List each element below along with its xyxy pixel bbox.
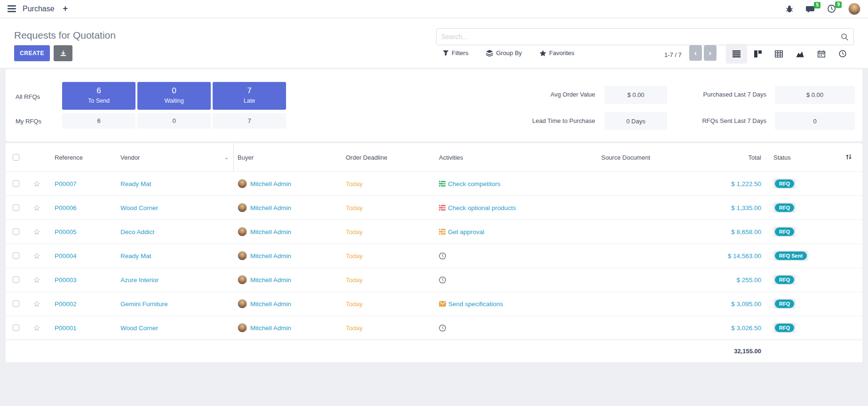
graph-view-button[interactable] [789, 44, 811, 64]
vendor-link[interactable]: Wood Corner [120, 204, 158, 211]
pivot-view-button[interactable] [768, 44, 789, 64]
reference-link[interactable]: P00005 [55, 228, 77, 235]
pager-previous-button[interactable]: ‹ [689, 45, 702, 61]
row-checkbox[interactable] [13, 252, 19, 259]
header-status[interactable]: Status [767, 154, 835, 161]
vendor-link[interactable]: Deco Addict [120, 228, 154, 235]
buyer-link[interactable]: Mitchell Admin [250, 325, 291, 332]
list-view-icon [733, 50, 741, 57]
activity-list-icon[interactable] [439, 205, 446, 211]
activity-clock-icon[interactable] [439, 276, 446, 284]
optional-columns-icon[interactable] [845, 154, 852, 162]
favorite-star-icon[interactable]: ☆ [33, 299, 40, 309]
group-by-button[interactable]: Group By [486, 49, 522, 57]
app-name[interactable]: Purchase [23, 5, 55, 13]
activity-envelope-icon[interactable] [439, 301, 446, 307]
vendor-link[interactable]: Ready Mat [120, 180, 151, 187]
kpi-lead-time-label: Lead Time to Purchase [532, 117, 595, 124]
buyer-link[interactable]: Mitchell Admin [250, 204, 291, 211]
row-checkbox[interactable] [13, 180, 19, 187]
my-stat-to-send[interactable]: 6 [62, 113, 135, 129]
reference-link[interactable]: P00004 [55, 252, 77, 260]
vendor-link[interactable]: Wood Corner [120, 325, 158, 332]
create-button[interactable]: CREATE [14, 45, 50, 61]
apps-menu-icon[interactable] [8, 5, 16, 12]
activity-label[interactable]: Check competitors [448, 180, 501, 187]
favorite-star-icon[interactable]: ☆ [33, 251, 40, 261]
header-buyer[interactable]: Buyer [234, 154, 341, 161]
list-view-button[interactable] [726, 44, 747, 64]
vendor-link[interactable]: Ready Mat [120, 252, 151, 260]
table-row[interactable]: ☆ P00005 Deco Addict Mitchell Admin Toda… [6, 219, 862, 244]
favorites-button[interactable]: Favorites [540, 49, 574, 57]
search-input[interactable] [437, 33, 841, 41]
order-deadline-value: Today [341, 300, 426, 308]
activity-view-button[interactable] [832, 44, 853, 64]
reference-link[interactable]: P00001 [55, 325, 77, 332]
stat-card-waiting[interactable]: 0 Waiting [137, 82, 211, 110]
activity-label[interactable]: Get approval [448, 228, 484, 235]
vendor-link[interactable]: Azure Interior [120, 276, 159, 284]
favorite-star-icon[interactable]: ☆ [33, 203, 40, 213]
calendar-view-button[interactable] [811, 44, 832, 64]
buyer-link[interactable]: Mitchell Admin [250, 228, 291, 235]
favorite-star-icon[interactable]: ☆ [33, 179, 40, 189]
pivot-view-icon [775, 50, 783, 57]
table-row[interactable]: ☆ P00006 Wood Corner Mitchell Admin Toda… [6, 195, 862, 219]
my-stat-waiting[interactable]: 0 [137, 113, 211, 129]
header-source-document[interactable]: Source Document [579, 154, 673, 161]
stat-card-late[interactable]: 7 Late [213, 82, 286, 110]
row-checkbox[interactable] [13, 325, 19, 331]
buyer-avatar [238, 275, 247, 284]
row-checkbox[interactable] [13, 300, 19, 307]
activity-list-icon[interactable] [439, 181, 446, 187]
header-order-deadline[interactable]: Order Deadline [341, 154, 426, 161]
activity-label[interactable]: Check optional products [448, 204, 516, 211]
pager-next-button[interactable]: › [704, 45, 717, 61]
header-activities[interactable]: Activities [426, 154, 579, 161]
activity-clock-icon[interactable] [439, 252, 446, 260]
reference-link[interactable]: P00003 [55, 276, 77, 284]
row-checkbox[interactable] [13, 228, 19, 235]
favorite-star-icon[interactable]: ☆ [33, 275, 40, 285]
user-avatar[interactable] [848, 3, 860, 15]
favorite-star-icon[interactable]: ☆ [33, 323, 40, 333]
header-vendor[interactable]: Vendor ⌄ [113, 143, 234, 171]
reference-link[interactable]: P00006 [55, 204, 77, 211]
kanban-view-button[interactable] [747, 44, 768, 64]
stat-card-to-send[interactable]: 6 To Send [62, 82, 135, 110]
my-stat-late[interactable]: 7 [213, 113, 286, 129]
table-row[interactable]: ☆ P00003 Azure Interior Mitchell Admin T… [6, 268, 862, 292]
messages-icon[interactable]: 5 [805, 5, 815, 13]
buyer-link[interactable]: Mitchell Admin [250, 276, 291, 284]
table-footer: 32,155.00 [6, 340, 862, 362]
activity-clock-icon[interactable] [439, 325, 446, 332]
export-button[interactable] [54, 45, 72, 61]
activities-icon[interactable]: 9 [827, 4, 836, 13]
table-row[interactable]: ☆ P00007 Ready Mat Mitchell Admin Today … [6, 171, 862, 195]
search-icon[interactable] [841, 33, 853, 41]
row-checkbox[interactable] [13, 276, 19, 283]
buyer-link[interactable]: Mitchell Admin [250, 180, 291, 187]
table-row[interactable]: ☆ P00004 Ready Mat Mitchell Admin Today … [6, 244, 862, 268]
table-row[interactable]: ☆ P00001 Wood Corner Mitchell Admin Toda… [6, 316, 862, 340]
debug-bug-icon[interactable] [786, 5, 793, 13]
layers-icon [486, 50, 493, 57]
buyer-avatar [238, 251, 247, 260]
new-tab-button[interactable]: + [63, 4, 68, 14]
select-all-checkbox[interactable] [13, 154, 19, 161]
favorite-star-icon[interactable]: ☆ [33, 227, 40, 237]
buyer-link[interactable]: Mitchell Admin [250, 252, 291, 260]
reference-link[interactable]: P00002 [55, 300, 77, 308]
filters-button[interactable]: Filters [443, 49, 468, 57]
activity-label[interactable]: Send specifications [448, 300, 503, 308]
total-amount: $ 3,026.50 [673, 325, 767, 332]
activity-list-icon[interactable] [439, 229, 446, 235]
header-reference[interactable]: Reference [47, 154, 113, 161]
header-total[interactable]: Total [673, 154, 767, 161]
reference-link[interactable]: P00007 [55, 180, 77, 187]
vendor-link[interactable]: Gemini Furniture [120, 300, 168, 308]
row-checkbox[interactable] [13, 204, 19, 211]
table-row[interactable]: ☆ P00002 Gemini Furniture Mitchell Admin… [6, 292, 862, 316]
buyer-link[interactable]: Mitchell Admin [250, 300, 291, 308]
